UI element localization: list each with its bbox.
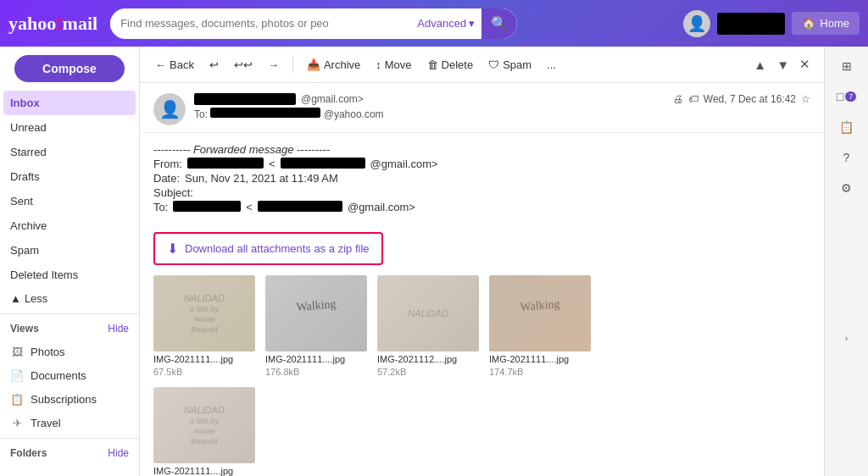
attachment-size-0: 67.5kB	[153, 367, 255, 377]
archive-icon: 📥	[307, 58, 320, 71]
sidebar-item-documents[interactable]: 📄 Documents	[0, 363, 139, 387]
reply-button[interactable]: ↩	[204, 55, 224, 75]
divider	[0, 313, 139, 314]
attachment-item-2[interactable]: NALIDAD IMG-2021112....jpg 57.2kB	[377, 275, 479, 377]
attachment-item-1[interactable]: Walking IMG-2021111....jpg 176.8kB	[265, 275, 367, 377]
close-button[interactable]: ✕	[796, 53, 814, 75]
sidebar-item-photos[interactable]: 🖼 Photos	[0, 340, 139, 363]
attachment-thumb-2: NALIDAD	[377, 275, 479, 351]
download-icon: ⬇	[167, 241, 178, 257]
forward-icon: →	[268, 58, 279, 71]
help-button[interactable]: ?	[832, 145, 862, 170]
header-right: 👤 🏠 Home	[683, 10, 860, 37]
home-button[interactable]: 🏠 Home	[792, 12, 860, 35]
archive-button[interactable]: 📥 Archive	[302, 55, 365, 75]
sidebar-item-archive[interactable]: Archive	[0, 213, 139, 238]
sender-name-redacted	[194, 93, 296, 105]
separator-1	[292, 56, 293, 73]
attachment-name-0: IMG-2021111....jpg	[153, 354, 255, 364]
attachment-name-4: IMG-2021111....jpg	[153, 466, 255, 476]
avatar[interactable]: 👤	[683, 10, 710, 37]
documents-icon: 📄	[10, 368, 24, 382]
home-icon: 🏠	[802, 17, 815, 30]
print-icon[interactable]: 🖨	[673, 93, 683, 105]
sidebar-item-subscriptions[interactable]: 📋 Subscriptions	[0, 387, 139, 411]
search-button[interactable]: 🔍	[481, 8, 517, 39]
attachment-size-3: 174.7kB	[489, 367, 591, 377]
help-icon: ?	[843, 151, 850, 164]
views-section-header: Views Hide	[0, 318, 139, 340]
grid-icon: ⊞	[842, 59, 852, 73]
attachment-size-2: 57.2kB	[377, 367, 479, 377]
sidebar-item-inbox[interactable]: Inbox	[3, 91, 136, 115]
to-email-suffix: @yahoo.com	[324, 108, 384, 120]
attachment-item-0[interactable]: NALIDADa film by Anwar Baquad IMG-202111…	[153, 275, 255, 377]
folders-hide-link[interactable]: Hide	[108, 447, 129, 459]
spam-icon: 🛡	[488, 58, 499, 71]
thumb-inner-1: Walking	[265, 275, 367, 351]
search-bar: Advanced ▾ 🔍	[110, 8, 517, 39]
settings-button[interactable]: ⚙	[832, 175, 862, 201]
to2-email-redacted	[258, 201, 342, 212]
forward-button[interactable]: →	[263, 55, 284, 75]
to2-name-redacted	[173, 201, 241, 212]
sidebar-item-travel[interactable]: ✈ Travel	[0, 411, 139, 434]
sidebar-item-sent[interactable]: Sent	[0, 189, 139, 213]
back-button[interactable]: ← Back	[150, 55, 199, 75]
from-email-redacted	[281, 158, 365, 169]
sender-name-row: @gmail.com>	[194, 93, 665, 105]
reply-all-button[interactable]: ↩↩	[229, 55, 258, 75]
less-toggle[interactable]: ▲ Less	[0, 287, 139, 310]
email-date: Wed, 7 Dec at 16:42	[704, 93, 796, 105]
attachment-name-1: IMG-2021111....jpg	[265, 354, 367, 364]
email-meta-icons: 🖨 🏷 Wed, 7 Dec at 16:42 ☆	[673, 93, 810, 105]
gear-icon: ⚙	[841, 181, 852, 195]
user-icon: 👤	[687, 14, 706, 33]
trash-icon: 🗑	[427, 58, 438, 71]
more-button[interactable]: ...	[542, 55, 561, 75]
badge: 7	[845, 91, 856, 102]
search-input[interactable]	[110, 17, 410, 30]
chevron-down-icon: ▾	[469, 17, 475, 30]
sidebar-item-spam[interactable]: Spam	[0, 238, 139, 263]
move-button[interactable]: ↕ Move	[370, 55, 416, 75]
download-zip-button[interactable]: ⬇ Download all attachments as a zip file	[153, 232, 383, 265]
delete-button[interactable]: 🗑 Delete	[422, 55, 479, 75]
main-layout: Compose Inbox Unread Starred Drafts Sent…	[0, 47, 868, 476]
to-email-redacted	[210, 108, 320, 118]
sender-info: @gmail.com> To: @yahoo.com	[194, 93, 665, 120]
star-icon[interactable]: ☆	[801, 93, 810, 105]
attachments-grid: NALIDADa film by Anwar Baquad IMG-202111…	[140, 275, 824, 476]
expand-panel-button[interactable]: ›	[832, 325, 862, 351]
attachment-item-3[interactable]: Walking IMG-2021111....jpg 174.7kB	[489, 275, 591, 377]
compose-button[interactable]: Compose	[14, 55, 125, 82]
sender-avatar: 👤	[153, 93, 186, 125]
sort-up-button[interactable]: ▲	[750, 54, 770, 75]
user-name-block	[717, 13, 785, 35]
subject-line: Subject:	[153, 186, 810, 199]
move-icon: ↕	[376, 58, 381, 71]
person-icon: 👤	[159, 99, 181, 119]
thumb-inner-3: Walking	[489, 275, 591, 351]
notes-button[interactable]: 📋	[832, 114, 862, 140]
to2-line: To: < @gmail.com>	[153, 201, 810, 213]
spam-button[interactable]: 🛡 Spam	[483, 55, 537, 75]
tag-icon[interactable]: 🏷	[688, 93, 698, 105]
search-advanced-toggle[interactable]: Advanced ▾	[410, 17, 481, 30]
badge-button[interactable]: □ 7	[832, 84, 862, 109]
grid-view-button[interactable]: ⊞	[832, 53, 862, 79]
sort-down-button[interactable]: ▼	[773, 54, 793, 75]
thumb-inner-4: NALIDADa film by Anwar Baquad	[153, 387, 255, 463]
attachment-thumb-1: Walking	[265, 275, 367, 351]
email-toolbar: ← Back ↩ ↩↩ → 📥 Archive ↕ Move 🗑	[140, 47, 824, 83]
subscriptions-icon: 📋	[10, 392, 24, 406]
sender-email: @gmail.com>	[301, 93, 364, 105]
sidebar-item-unread[interactable]: Unread	[0, 115, 139, 140]
forwarded-message-block: ---------- Forwarded message --------- F…	[140, 133, 824, 225]
sidebar-item-deleted[interactable]: Deleted Items	[0, 263, 139, 287]
sidebar-item-starred[interactable]: Starred	[0, 140, 139, 164]
reply-all-icon: ↩↩	[234, 58, 253, 71]
views-hide-link[interactable]: Hide	[108, 323, 129, 335]
attachment-item-4[interactable]: NALIDADa film by Anwar Baquad IMG-202111…	[153, 387, 255, 476]
sidebar-item-drafts[interactable]: Drafts	[0, 164, 139, 189]
